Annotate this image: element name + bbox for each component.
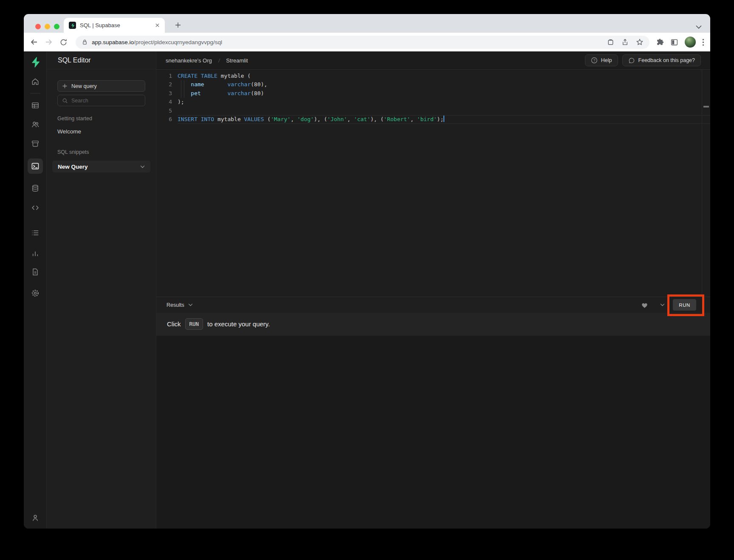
docs-file-icon[interactable] [31, 268, 40, 276]
extensions-puzzle-icon[interactable] [656, 38, 664, 46]
run-options-chevron-icon[interactable] [660, 303, 665, 306]
search-input[interactable] [71, 98, 141, 104]
storage-icon[interactable] [31, 139, 40, 148]
nav-rail [24, 51, 47, 529]
feedback-button[interactable]: Feedback on this page? [622, 54, 701, 66]
results-dropdown-label[interactable]: Results [167, 302, 184, 308]
supabase-app: SQL Editor New query Getting started Wel… [24, 51, 710, 529]
browser-menu-icon[interactable] [702, 39, 704, 46]
line-number: 4 [156, 98, 172, 106]
code-line[interactable]: pet varchar(80) [178, 89, 710, 98]
message-suffix: to execute your query. [207, 320, 270, 328]
indent-guide [184, 80, 184, 98]
sidebar-item-welcome[interactable]: Welcome [57, 128, 145, 135]
code-line[interactable] [178, 107, 710, 115]
results-empty-message: Click RUN to execute your query. [156, 313, 710, 335]
browser-window: SQL | Supabase app.supabase.io/project/p… [24, 14, 710, 529]
cursor-position-marker [703, 106, 709, 107]
run-kbd-hint: RUN [185, 318, 203, 330]
save-clipboard-icon[interactable] [607, 38, 614, 46]
chevron-down-icon[interactable] [140, 165, 145, 168]
home-icon[interactable] [31, 77, 40, 86]
bookmark-star-icon[interactable] [636, 38, 644, 46]
side-panel-icon[interactable] [670, 38, 678, 46]
help-question-icon: ? [591, 57, 598, 64]
supabase-logo[interactable] [30, 57, 40, 68]
minimize-window-button[interactable] [45, 24, 50, 29]
breadcrumb-project[interactable]: Streamlit [226, 57, 248, 64]
supabase-favicon [69, 22, 76, 29]
sidebar-item-new-query[interactable]: New Query [52, 161, 150, 173]
close-window-button[interactable] [35, 24, 41, 29]
editor-overview-ruler[interactable] [702, 70, 710, 297]
new-query-button[interactable]: New query [57, 80, 145, 92]
plus-icon [62, 83, 68, 89]
reload-icon[interactable] [59, 38, 68, 46]
code-line[interactable]: CREATE TABLE mytable ( [178, 72, 710, 80]
code-area[interactable]: CREATE TABLE mytable ( name varchar(80),… [178, 70, 710, 297]
code-line[interactable]: INSERT INTO mytable VALUES ('Mary', 'dog… [178, 115, 710, 124]
chat-bubble-icon [628, 57, 635, 64]
tab-strip: SQL | Supabase [24, 14, 710, 33]
tab-close-icon[interactable] [155, 23, 160, 28]
back-icon[interactable] [30, 38, 38, 46]
chevron-down-icon[interactable] [188, 303, 193, 306]
code-line[interactable]: ); [178, 98, 710, 106]
lock-icon[interactable] [82, 39, 88, 45]
tab-search-chevron-icon[interactable] [696, 25, 702, 29]
breadcrumb-org[interactable]: snehankekre's Org [166, 57, 212, 64]
reports-chart-icon[interactable] [31, 249, 40, 257]
browser-tab[interactable]: SQL | Supabase [64, 18, 165, 33]
favorite-heart-icon[interactable] [641, 302, 648, 308]
sql-code-editor[interactable]: 123456 CREATE TABLE mytable ( name varch… [156, 70, 710, 297]
help-button[interactable]: ? Help [585, 54, 618, 66]
line-number: 1 [156, 72, 172, 80]
message-prefix: Click [167, 320, 181, 328]
database-icon[interactable] [31, 184, 40, 192]
sidebar-title: SQL Editor [47, 51, 156, 69]
share-icon[interactable] [621, 38, 629, 46]
new-tab-button[interactable] [172, 20, 184, 31]
zoom-window-button[interactable] [54, 24, 59, 29]
search-box [57, 95, 145, 106]
api-code-icon[interactable] [31, 204, 40, 212]
logs-list-icon[interactable] [31, 229, 40, 237]
table-editor-icon[interactable] [31, 101, 40, 110]
url-bar[interactable]: app.supabase.io/project/pldexcuqrnyedang… [76, 36, 649, 49]
results-empty-area [156, 335, 710, 529]
project-header: snehankekre's Org / Streamlit ? Help [156, 51, 710, 70]
line-number-gutter: 123456 [156, 70, 178, 297]
account-user-icon[interactable] [31, 514, 40, 522]
line-number: 6 [156, 115, 172, 124]
profile-avatar[interactable] [685, 37, 696, 48]
section-sql-snippets: SQL snippets [57, 149, 145, 155]
auth-users-icon[interactable] [31, 120, 40, 129]
line-number: 5 [156, 107, 172, 115]
traffic-lights [35, 24, 59, 29]
sql-editor-icon[interactable] [28, 158, 43, 174]
breadcrumb-separator: / [218, 57, 220, 63]
url-text: app.supabase.io/project/pldexcuqrnyedang… [92, 39, 222, 45]
search-icon [62, 98, 68, 104]
section-getting-started: Getting started [57, 116, 145, 122]
line-number: 3 [156, 89, 172, 98]
results-bar: Results RUN [156, 297, 710, 313]
run-button[interactable]: RUN [673, 299, 696, 311]
browser-toolbar: app.supabase.io/project/pldexcuqrnyedang… [24, 33, 710, 51]
line-number: 2 [156, 80, 172, 89]
main-panel: snehankekre's Org / Streamlit ? Help [156, 51, 710, 529]
forward-icon[interactable] [45, 38, 53, 46]
settings-gear-icon[interactable] [31, 289, 40, 297]
code-line[interactable]: name varchar(80), [178, 80, 710, 89]
sql-editor-sidebar: SQL Editor New query Getting started Wel… [47, 51, 156, 529]
svg-text:?: ? [593, 58, 595, 62]
indent-guide [181, 80, 181, 98]
text-cursor [443, 116, 444, 122]
tab-title: SQL | Supabase [80, 22, 151, 28]
